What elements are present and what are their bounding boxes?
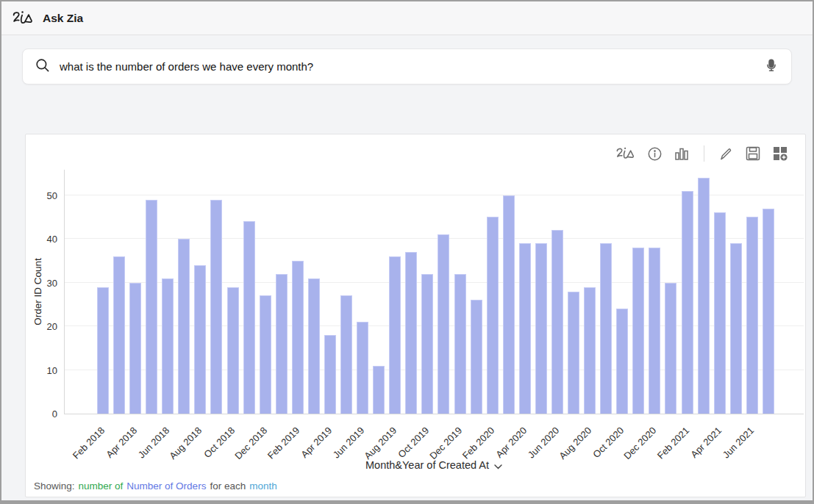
- chart-toolbar: [26, 134, 805, 164]
- x-tick-label: Jun 2019: [304, 425, 366, 486]
- bar-may-2020[interactable]: [535, 243, 547, 414]
- bar-nov-2019[interactable]: [438, 234, 449, 414]
- x-tick-label: Jun 2020: [499, 425, 561, 486]
- showing-row: Showing: number ofNumber of Ordersfor ea…: [34, 480, 277, 492]
- bar-jan-2019[interactable]: [276, 274, 288, 414]
- bar-jan-2021[interactable]: [665, 283, 676, 414]
- x-tick-label: Apr 2019: [272, 425, 334, 486]
- bar-dec-2020[interactable]: [649, 248, 660, 414]
- bar-feb-2018[interactable]: [97, 287, 109, 414]
- showing-segment: for each: [210, 480, 246, 492]
- y-tick-label: 30: [34, 278, 57, 289]
- bar-may-2021[interactable]: [730, 243, 742, 414]
- bar-sep-2018[interactable]: [210, 200, 222, 414]
- x-tick-label: Oct 2019: [370, 425, 432, 486]
- y-tick-label: 20: [34, 321, 57, 332]
- y-tick-label: 0: [34, 408, 57, 420]
- x-tick-label: Dec 2018: [207, 425, 269, 486]
- bar-oct-2020[interactable]: [616, 309, 628, 414]
- showing-segment[interactable]: month: [249, 480, 277, 492]
- result-card: Order ID Count 01020304050Feb 2018Apr 20…: [25, 134, 806, 497]
- showing-prefix: Showing:: [34, 480, 75, 492]
- ask-zia-window: Ask Zia: [0, 0, 814, 504]
- x-tick-label: Aug 2019: [337, 425, 399, 486]
- toolbar-divider: [704, 145, 704, 162]
- edit-icon[interactable]: [719, 147, 733, 161]
- bar-jul-2019[interactable]: [373, 366, 385, 414]
- bar-oct-2018[interactable]: [227, 287, 239, 414]
- bar-jul-2018[interactable]: [178, 239, 190, 414]
- bar-apr-2019[interactable]: [324, 335, 336, 414]
- bar-may-2019[interactable]: [340, 295, 352, 414]
- x-tick-label: Jun 2021: [694, 425, 756, 486]
- x-tick-label: Aug 2018: [143, 425, 204, 486]
- x-tick-label: Feb 2019: [240, 425, 301, 486]
- bar-mar-2021[interactable]: [698, 178, 710, 414]
- app-header: Ask Zia: [1, 1, 813, 35]
- add-to-dashboard-icon[interactable]: [773, 146, 788, 161]
- y-tick-label: 50: [34, 190, 57, 201]
- bar-jul-2020[interactable]: [568, 292, 579, 414]
- bar-nov-2018[interactable]: [243, 221, 255, 414]
- search-input[interactable]: [60, 60, 754, 73]
- bar-apr-2021[interactable]: [714, 212, 726, 414]
- x-tick-label: Oct 2018: [175, 425, 237, 486]
- bar-aug-2020[interactable]: [584, 287, 596, 414]
- bar-oct-2019[interactable]: [421, 274, 433, 414]
- bar-feb-2021[interactable]: [682, 191, 693, 414]
- x-tick-label: Apr 2018: [77, 425, 139, 486]
- search-bar[interactable]: [22, 48, 792, 84]
- search-icon: [35, 58, 50, 76]
- bar-apr-2020[interactable]: [519, 243, 531, 414]
- bar-mar-2020[interactable]: [503, 195, 515, 414]
- bar-jun-2018[interactable]: [162, 278, 174, 414]
- x-tick-label: Aug 2020: [532, 425, 593, 486]
- bar-jun-2019[interactable]: [357, 322, 368, 414]
- save-icon[interactable]: [746, 146, 760, 161]
- showing-segment[interactable]: number of: [79, 480, 124, 492]
- microphone-icon[interactable]: [764, 57, 779, 76]
- plot-area: Order ID Count 01020304050Feb 2018Apr 20…: [64, 170, 804, 414]
- zia-icon[interactable]: [615, 146, 635, 162]
- bar-sep-2019[interactable]: [405, 252, 417, 414]
- bar-jul-2021[interactable]: [763, 209, 774, 414]
- bar-jun-2021[interactable]: [746, 217, 758, 414]
- info-icon[interactable]: [648, 147, 662, 161]
- bar-dec-2019[interactable]: [454, 274, 466, 414]
- bar-feb-2019[interactable]: [292, 261, 304, 414]
- app-title: Ask Zia: [43, 12, 83, 25]
- showing-summary: number ofNumber of Ordersfor eachmonth: [79, 480, 277, 492]
- x-tick-label: Jun 2018: [110, 425, 171, 486]
- bar-aug-2019[interactable]: [389, 256, 401, 414]
- bar-sep-2020[interactable]: [600, 243, 612, 414]
- bar-mar-2019[interactable]: [308, 278, 320, 414]
- x-tick-label: Dec 2020: [597, 425, 659, 486]
- bar-dec-2018[interactable]: [260, 295, 271, 414]
- showing-segment[interactable]: Number of Orders: [126, 480, 206, 492]
- x-tick-label: Apr 2021: [662, 425, 724, 486]
- bar-aug-2018[interactable]: [194, 265, 206, 414]
- x-tick-label: Oct 2020: [564, 425, 626, 486]
- x-tick-label: Feb 2018: [45, 425, 107, 486]
- x-tick-label: Feb 2020: [435, 425, 496, 486]
- bar-feb-2020[interactable]: [487, 217, 499, 414]
- y-axis-title: Order ID Count: [32, 258, 43, 325]
- y-tick-label: 10: [34, 365, 57, 376]
- x-tick-label: Dec 2019: [402, 425, 464, 486]
- x-tick-label: Feb 2021: [629, 425, 691, 486]
- zia-logo-icon: [12, 10, 34, 27]
- bar-jun-2020[interactable]: [551, 230, 563, 414]
- x-tick-label: Apr 2020: [467, 425, 529, 486]
- y-tick-label: 40: [34, 234, 57, 245]
- chart-type-icon[interactable]: [674, 146, 689, 161]
- bar-apr-2018[interactable]: [129, 283, 141, 414]
- bar-jan-2020[interactable]: [471, 300, 482, 414]
- bar-nov-2020[interactable]: [632, 248, 644, 414]
- bar-mar-2018[interactable]: [113, 256, 125, 414]
- bar-may-2018[interactable]: [146, 200, 157, 414]
